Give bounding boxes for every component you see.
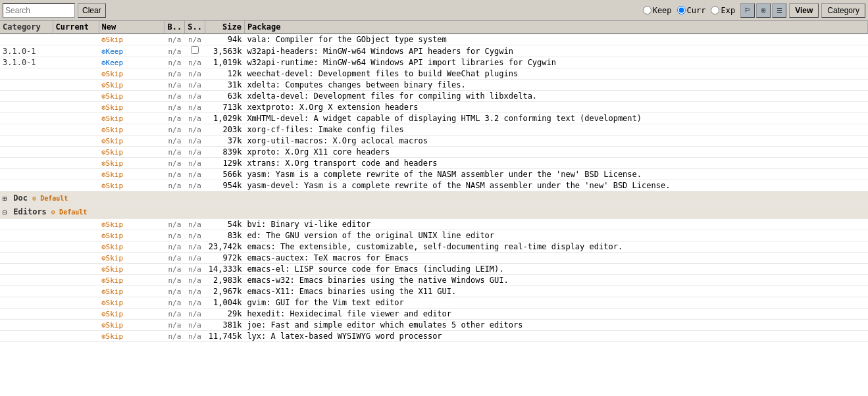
exp-label[interactable]: Exp [721,6,735,15]
new-cell[interactable]: ⚙Skip [99,136,165,147]
new-cell[interactable]: ⚙Skip [99,264,165,275]
size-cell: 972k [205,253,244,264]
s-cell: n/a [185,309,205,320]
new-cell[interactable]: ⚙Skip [99,34,165,45]
icon-area: 🏳 ⊞ ☰ [740,3,786,18]
radio-group-exp: Exp [711,6,735,15]
new-cell[interactable]: ⚙Skip [99,219,165,230]
new-cell[interactable]: ⚙Keep [99,45,165,57]
package-cell: xdelta: Computes changes between binary … [244,80,867,91]
new-cell[interactable]: ⚙Skip [99,158,165,169]
s-cell: n/a [185,264,205,275]
category-cell [0,102,53,113]
icon-grid[interactable]: ⊞ [756,3,771,18]
new-cell[interactable]: ⚙Skip [99,309,165,320]
size-cell: 129k [205,158,244,169]
s-checkbox[interactable] [191,46,199,54]
skip-icon: ⚙Skip [101,332,123,341]
new-cell[interactable]: ⚙Skip [99,286,165,297]
category-button[interactable]: Category [821,3,865,18]
size-cell: 2,967k [205,286,244,297]
s-na: n/a [188,321,201,330]
new-cell[interactable]: ⚙Skip [99,102,165,113]
b-cell: n/a [165,45,185,57]
new-cell[interactable]: ⚙Keep [99,57,165,68]
skip-icon: ⚙Skip [101,254,123,262]
skip-icon: ⚙Skip [101,70,123,78]
keep-label[interactable]: Keep [653,6,672,15]
size-cell: 23,742k [205,241,244,253]
curr-radio[interactable] [677,6,686,14]
b-na: n/a [168,59,181,67]
b-cell: n/a [165,275,185,286]
size-cell: 203k [205,124,244,136]
view-button[interactable]: View [789,3,819,18]
s-na: n/a [188,126,201,134]
category-cell [0,241,53,253]
current-cell [53,309,99,320]
new-cell[interactable]: ⚙Skip [99,113,165,124]
new-cell[interactable]: ⚙Skip [99,68,165,80]
s-na: n/a [188,114,201,123]
package-cell: emacs-auctex: TeX macros for Emacs [244,253,867,264]
package-cell: yasm-devel: Yasm is a complete rewrite o… [244,180,867,191]
icon-flag[interactable]: 🏳 [740,3,755,18]
skip-icon: ⚙Skip [101,287,123,296]
package-cell: w32api-runtime: MinGW-w64 Windows API im… [244,57,867,68]
current-cell [53,275,99,286]
s-cell: n/a [185,124,205,136]
new-cell[interactable]: ⚙Skip [99,169,165,180]
category-cell [0,219,53,230]
s-cell: n/a [185,147,205,158]
packages-table: Category Current New B.. S.. Size Packag… [0,21,868,342]
collapse-icon[interactable]: ⊟ [3,209,7,216]
expand-icon[interactable]: ⊞ [3,195,7,202]
new-cell[interactable]: ⚙Skip [99,297,165,309]
new-cell[interactable]: ⚙Skip [99,241,165,253]
new-cell[interactable]: ⚙Skip [99,275,165,286]
new-cell[interactable]: ⚙Skip [99,230,165,241]
skip-icon: ⚙Skip [101,103,123,112]
table-row: ⚙Skip n/a n/a 14,333k emacs-el: LISP sou… [0,264,868,275]
new-cell[interactable]: ⚙Skip [99,80,165,91]
new-cell[interactable]: ⚙Skip [99,253,165,264]
current-cell [53,91,99,102]
clear-button[interactable]: Clear [78,3,106,18]
size-cell: 3,563k [205,45,244,57]
exp-radio[interactable] [711,6,719,14]
size-cell: 1,029k [205,113,244,124]
new-cell[interactable]: ⚙Skip [99,91,165,102]
new-cell[interactable]: ⚙Skip [99,331,165,342]
b-na: n/a [168,299,181,307]
package-cell: ed: The GNU version of the original UNIX… [244,230,867,241]
package-cell: bvi: Binary vi-like editor [244,219,867,230]
radio-group-keep: Keep [643,6,672,15]
s-na: n/a [188,232,201,240]
b-na: n/a [168,321,181,330]
b-na: n/a [168,103,181,112]
package-cell: lyx: A latex-based WYSIWYG word processo… [244,331,867,342]
b-na: n/a [168,182,181,190]
table-row: ⚙Skip n/a n/a 2,983k emacs-w32: Emacs bi… [0,275,868,286]
s-checkbox-cell[interactable] [185,45,205,57]
size-cell: 14,333k [205,264,244,275]
table-row: ⚙Skip n/a n/a 23,742k emacs: The extensi… [0,241,868,253]
new-cell[interactable]: ⚙Skip [99,320,165,331]
new-cell[interactable]: ⚙Skip [99,147,165,158]
category-cell [0,320,53,331]
b-cell: n/a [165,169,185,180]
curr-label[interactable]: Curr [687,6,706,15]
package-cell: hexedit: Hexidecimal file viewer and edi… [244,309,867,320]
icon-list[interactable]: ☰ [772,3,786,18]
header-current: Current [53,21,99,34]
table-row: ⚙Skip n/a n/a 566k yasm: Yasm is a compl… [0,169,868,180]
b-cell: n/a [165,113,185,124]
size-cell: 1,019k [205,57,244,68]
new-cell[interactable]: ⚙Skip [99,124,165,136]
package-cell: yasm: Yasm is a complete rewrite of the … [244,169,867,180]
search-input[interactable] [3,3,75,18]
b-cell: n/a [165,180,185,191]
skip-icon: ⚙Skip [101,243,123,251]
keep-radio[interactable] [643,6,651,14]
new-cell[interactable]: ⚙Skip [99,180,165,191]
